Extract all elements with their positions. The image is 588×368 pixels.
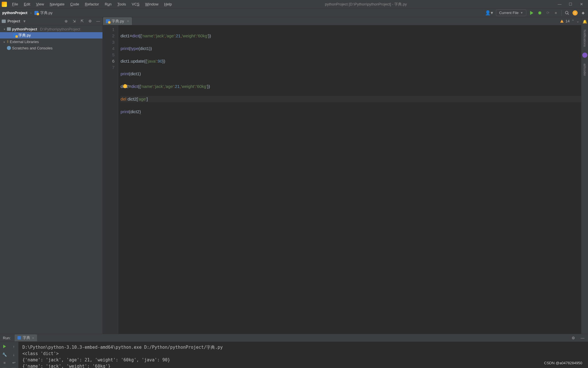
- expand-all-icon[interactable]: ⇲: [71, 19, 77, 24]
- rerun-button[interactable]: [2, 344, 7, 349]
- run-config-selector[interactable]: Current File ▼: [496, 9, 526, 16]
- run-title: Run:: [3, 336, 11, 340]
- line-number[interactable]: 6: [103, 58, 115, 64]
- python-file-icon: [106, 19, 110, 23]
- toolbar-right: 👤▾ Current File ▼ ⟳ ■ ↑ ◆: [485, 9, 586, 16]
- library-icon: ⫴: [7, 39, 9, 44]
- ide-features-icon[interactable]: ◆: [581, 10, 586, 16]
- collapse-all-icon[interactable]: ⇱: [79, 19, 85, 24]
- gutter[interactable]: 1 2 3 4 5 6 7: [103, 25, 118, 334]
- main-menu: File Edit View Navigate Code Refactor Ru…: [10, 1, 174, 7]
- separator: [561, 10, 562, 16]
- menu-file[interactable]: File: [10, 1, 20, 7]
- tree-root-name: pythonProject: [12, 27, 37, 31]
- settings-gear-icon[interactable]: ⚙: [88, 19, 93, 24]
- hide-run-icon[interactable]: —: [580, 335, 585, 340]
- folder-icon: [7, 27, 11, 31]
- run-tab-label: 字典: [23, 335, 30, 340]
- nav-up-icon[interactable]: ⌃: [571, 19, 575, 23]
- editor-tab-label: 字典.py: [112, 19, 124, 24]
- close-button[interactable]: ✕: [579, 2, 583, 6]
- project-view-label[interactable]: Project: [2, 19, 26, 23]
- minimize-button[interactable]: —: [558, 2, 562, 6]
- python-run-icon: [18, 336, 21, 340]
- chevron-down-icon: ▼: [520, 11, 523, 14]
- title-bar: File Edit View Navigate Code Refactor Ru…: [0, 0, 588, 9]
- run-config-label: Current File: [499, 11, 519, 15]
- editor: 字典.py × ⋮ 14 ⌃ ⌄ 1 2 3 4 5 6 7 dict1=dic…: [103, 17, 588, 334]
- tree-external-libraries[interactable]: ▸ ⫴ External Libraries: [0, 38, 102, 45]
- nav-down-icon[interactable]: ⌄: [576, 19, 579, 23]
- run-coverage-button[interactable]: ⟳: [545, 10, 550, 16]
- aixcoder-icon[interactable]: [582, 53, 587, 58]
- run-tool-window: 🔧 ■ 📌 ↑ ↓ ↩ 🖶 🗑 D:\Python\python-3.10.3-…: [0, 342, 588, 368]
- notifications-icon[interactable]: 🔔: [583, 20, 587, 24]
- close-tab-icon[interactable]: ×: [127, 19, 129, 23]
- svg-line-1: [568, 14, 569, 15]
- intention-bulb-icon[interactable]: [123, 84, 127, 88]
- line-number[interactable]: 7: [103, 64, 115, 71]
- breadcrumb[interactable]: pythonProject › 字典.py: [2, 10, 53, 16]
- navigation-bar: pythonProject › 字典.py 👤▾ Current File ▼ …: [0, 9, 588, 17]
- user-icon[interactable]: 👤▾: [485, 10, 493, 16]
- menu-navigate[interactable]: Navigate: [47, 1, 67, 7]
- stop-run-button[interactable]: ■: [2, 360, 7, 365]
- menu-view[interactable]: View: [34, 1, 46, 7]
- menu-run[interactable]: Run: [102, 1, 114, 7]
- modify-run-config-icon[interactable]: 🔧: [2, 352, 7, 357]
- editor-tab[interactable]: 字典.py ×: [103, 17, 132, 25]
- expand-toggle-icon[interactable]: ▸: [3, 40, 6, 43]
- scratches-icon: [7, 46, 11, 50]
- run-output[interactable]: D:\Python\python-3.10.3-embed-amd64\pyth…: [18, 342, 588, 368]
- notifications-label[interactable]: Notifications: [583, 30, 587, 47]
- breadcrumb-file[interactable]: 字典.py: [40, 10, 53, 16]
- scratches-label: Scratches and Consoles: [12, 46, 53, 50]
- run-tool-window-header: Run: 字典 × ⚙ —: [0, 334, 588, 342]
- breadcrumb-project[interactable]: pythonProject: [2, 11, 27, 15]
- menu-window[interactable]: Window: [143, 1, 161, 7]
- main-area: Project ⊕ ⇲ ⇱ ⚙ — ▾ pythonProject D:\Pyt…: [0, 17, 588, 334]
- hide-icon[interactable]: —: [96, 19, 101, 24]
- up-stack-icon[interactable]: ↑: [11, 344, 17, 349]
- code-content[interactable]: dict1=dict({'name':'jack','age':21,'weig…: [118, 25, 588, 334]
- debug-button[interactable]: [537, 10, 542, 16]
- down-stack-icon[interactable]: ↓: [11, 352, 17, 357]
- tree-file-selected[interactable]: 字典.py: [0, 32, 102, 38]
- close-run-tab-icon[interactable]: ×: [32, 336, 34, 340]
- menu-code[interactable]: Code: [68, 1, 81, 7]
- python-file-icon: [13, 33, 17, 37]
- svg-point-0: [565, 11, 568, 14]
- menu-help[interactable]: Help: [162, 1, 174, 7]
- expand-toggle-icon[interactable]: ▾: [3, 28, 6, 31]
- line-number[interactable]: 4: [103, 45, 115, 52]
- run-button[interactable]: [529, 10, 534, 16]
- line-number[interactable]: 5: [103, 52, 115, 58]
- run-settings-gear-icon[interactable]: ⚙: [571, 335, 576, 340]
- folder-icon: [2, 20, 6, 23]
- menu-vcs[interactable]: VCS: [129, 1, 142, 7]
- line-number[interactable]: 1: [103, 26, 115, 33]
- locate-icon[interactable]: ⊕: [63, 19, 69, 24]
- external-libraries-label: External Libraries: [10, 40, 39, 44]
- inspection-indicator[interactable]: 14 ⌃ ⌄: [560, 19, 579, 23]
- tree-root[interactable]: ▾ pythonProject D:\Python\pythonProject: [0, 26, 102, 32]
- line-number[interactable]: 2: [103, 33, 115, 39]
- search-everywhere-icon[interactable]: [564, 10, 570, 16]
- soft-wrap-icon[interactable]: ↩: [11, 360, 17, 365]
- run-tab[interactable]: 字典 ×: [15, 334, 37, 341]
- aixcoder-label[interactable]: aiXcoder: [583, 63, 587, 76]
- line-number[interactable]: 3: [103, 39, 115, 45]
- stop-button[interactable]: ■: [553, 10, 558, 16]
- run-actions-secondary: ↑ ↓ ↩ 🖶 🗑: [9, 342, 18, 368]
- project-tree[interactable]: ▾ pythonProject D:\Python\pythonProject …: [0, 25, 102, 334]
- python-file-icon: [34, 11, 38, 15]
- update-icon[interactable]: ↑: [573, 10, 578, 16]
- menu-edit[interactable]: Edit: [22, 1, 32, 7]
- code-area[interactable]: 1 2 3 4 5 6 7 dict1=dict({'name':'jack',…: [103, 25, 588, 334]
- menu-refactor[interactable]: Refactor: [83, 1, 101, 7]
- tree-root-path: D:\Python\pythonProject: [40, 27, 80, 31]
- maximize-button[interactable]: ☐: [568, 2, 573, 6]
- tree-scratches[interactable]: Scratches and Consoles: [0, 45, 102, 51]
- window-title: pythonProject [D:\Python\pythonProject] …: [174, 2, 558, 7]
- menu-tools[interactable]: Tools: [115, 1, 128, 7]
